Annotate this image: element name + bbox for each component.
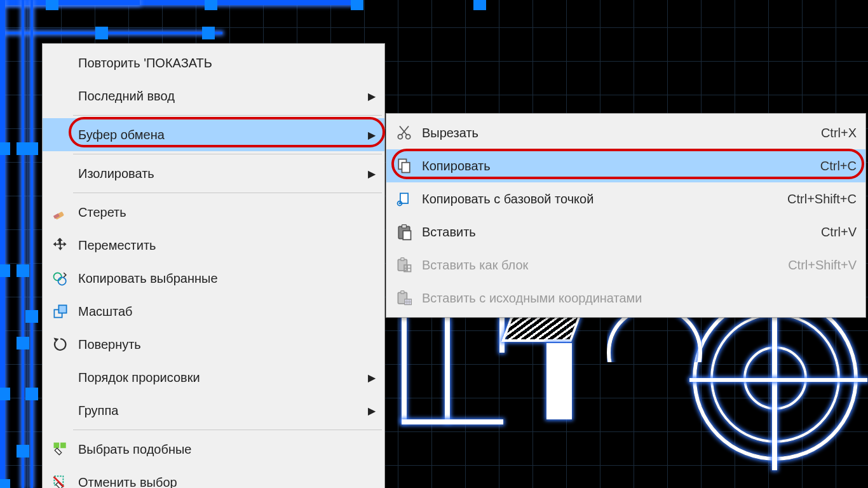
- context_menu-item[interactable]: Группа▶: [43, 394, 384, 427]
- paste-icon: [386, 223, 422, 241]
- menu-item-label: Порядок прорисовки: [78, 370, 363, 385]
- svg-rect-5: [58, 305, 66, 313]
- context_menu-item[interactable]: Буфер обмена▶: [43, 118, 384, 151]
- submenu-item[interactable]: ВырезатьCtrl+X: [386, 116, 865, 149]
- svg-line-13: [400, 126, 407, 135]
- menu-separator: [73, 154, 382, 154]
- copy-base-icon: [386, 190, 422, 208]
- svg-rect-21: [403, 231, 410, 240]
- context_menu-item[interactable]: Порядок прорисовки▶: [43, 361, 384, 394]
- clipboard-submenu[interactable]: ВырезатьCtrl+XКопироватьCtrl+CКопировать…: [386, 113, 866, 318]
- submenu-arrow-icon: ▶: [363, 129, 376, 141]
- context_menu-item[interactable]: Изолировать▶: [43, 157, 384, 190]
- svg-rect-28: [401, 291, 404, 294]
- menu-item-label: Переместить: [78, 238, 376, 253]
- menu-item-shortcut: Ctrl+Shift+C: [762, 192, 857, 207]
- move-icon: [43, 236, 78, 254]
- svg-line-12: [402, 126, 409, 135]
- context_menu-item[interactable]: Масштаб: [43, 295, 384, 328]
- menu-item-label: Вырезать: [422, 126, 796, 140]
- svg-rect-15: [402, 163, 410, 173]
- menu-item-label: Вставить: [422, 225, 796, 240]
- submenu-item[interactable]: Копировать с базовой точкойCtrl+Shift+C: [386, 182, 865, 215]
- menu-item-label: Повторить 'ПОКАЗАТЬ: [78, 56, 376, 71]
- context_menu-item[interactable]: Стереть: [43, 196, 384, 229]
- menu-item-label: Группа: [78, 403, 363, 418]
- svg-point-2: [54, 273, 62, 280]
- submenu-item[interactable]: КопироватьCtrl+C: [386, 149, 865, 182]
- select-similar-icon: [43, 440, 78, 458]
- context_menu-item[interactable]: Последний ввод▶: [43, 79, 384, 112]
- cut-icon: [386, 124, 422, 142]
- menu-item-label: Последний ввод: [78, 89, 363, 104]
- submenu-item: Вставить с исходными координатами: [386, 281, 865, 315]
- submenu-arrow-icon: ▶: [363, 168, 376, 180]
- deselect-icon: [43, 473, 78, 488]
- svg-point-3: [58, 277, 66, 285]
- menu-item-label: Изолировать: [78, 166, 363, 181]
- context_menu-item[interactable]: Выбрать подобные: [43, 433, 384, 466]
- context_menu-item[interactable]: Копировать выбранные: [43, 262, 384, 295]
- submenu-item[interactable]: ВставитьCtrl+V: [386, 215, 865, 248]
- context_menu-item[interactable]: Повторить 'ПОКАЗАТЬ: [43, 46, 384, 79]
- menu-separator: [73, 430, 382, 430]
- menu-item-label: Копировать выбранные: [78, 271, 376, 286]
- menu-item-label: Буфер обмена: [78, 128, 363, 142]
- menu-item-label: Стереть: [78, 205, 376, 220]
- menu-item-label: Повернуть: [78, 337, 376, 352]
- submenu-arrow-icon: ▶: [363, 372, 376, 384]
- menu-item-shortcut: Ctrl+C: [795, 159, 857, 173]
- svg-rect-7: [60, 443, 66, 449]
- paste-block-icon: [386, 256, 422, 274]
- menu-separator: [73, 193, 382, 193]
- menu-item-label: Вставить как блок: [422, 258, 763, 273]
- rotate-icon: [43, 336, 78, 353]
- menu-item-shortcut: Ctrl+Shift+V: [763, 258, 857, 273]
- submenu-arrow-icon: ▶: [363, 405, 376, 417]
- menu-item-label: Копировать с базовой точкой: [422, 192, 762, 207]
- svg-rect-20: [402, 225, 407, 228]
- menu-item-label: Отменить выбор: [78, 475, 376, 489]
- submenu-arrow-icon: ▶: [363, 90, 376, 102]
- svg-rect-6: [54, 443, 60, 449]
- svg-point-18: [399, 203, 401, 205]
- copy-sel-icon: [43, 269, 78, 287]
- submenu-item: Вставить как блокCtrl+Shift+V: [386, 248, 865, 281]
- menu-separator: [73, 115, 382, 116]
- svg-rect-23: [401, 258, 404, 261]
- context-menu[interactable]: Повторить 'ПОКАЗАТЬПоследний ввод▶Буфер …: [42, 43, 385, 488]
- erase-icon: [43, 203, 78, 221]
- copy-icon: [386, 157, 422, 175]
- menu-item-label: Выбрать подобные: [78, 442, 376, 457]
- menu-item-label: Вставить с исходными координатами: [422, 291, 831, 306]
- context_menu-item[interactable]: Отменить выбор: [43, 466, 384, 488]
- menu-item-shortcut: Ctrl+X: [796, 126, 857, 140]
- menu-item-label: Копировать: [422, 159, 795, 173]
- menu-item-shortcut: Ctrl+V: [796, 225, 857, 240]
- paste-orig-icon: [386, 289, 422, 307]
- menu-item-label: Масштаб: [78, 304, 376, 319]
- scale-icon: [43, 302, 78, 320]
- context_menu-item[interactable]: Повернуть: [43, 328, 384, 361]
- context_menu-item[interactable]: Переместить: [43, 229, 384, 262]
